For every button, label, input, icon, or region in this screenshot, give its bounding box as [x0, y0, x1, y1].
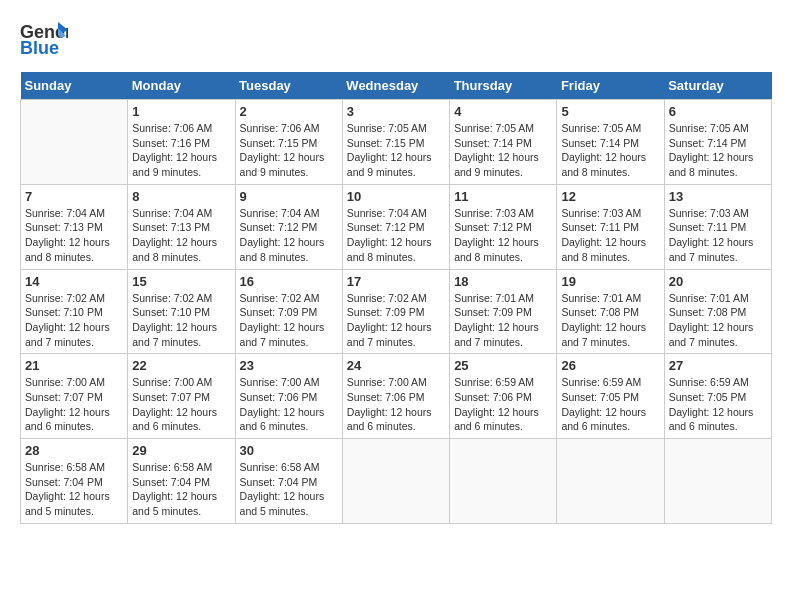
calendar-cell: 9Sunrise: 7:04 AM Sunset: 7:12 PM Daylig… [235, 184, 342, 269]
logo: General Blue [20, 20, 68, 62]
day-info: Sunrise: 6:59 AM Sunset: 7:06 PM Dayligh… [454, 375, 552, 434]
day-number: 7 [25, 189, 123, 204]
calendar-cell: 14Sunrise: 7:02 AM Sunset: 7:10 PM Dayli… [21, 269, 128, 354]
calendar-cell: 29Sunrise: 6:58 AM Sunset: 7:04 PM Dayli… [128, 439, 235, 524]
calendar-cell: 21Sunrise: 7:00 AM Sunset: 7:07 PM Dayli… [21, 354, 128, 439]
day-number: 28 [25, 443, 123, 458]
day-number: 17 [347, 274, 445, 289]
header-saturday: Saturday [664, 72, 771, 100]
day-number: 6 [669, 104, 767, 119]
calendar-cell: 17Sunrise: 7:02 AM Sunset: 7:09 PM Dayli… [342, 269, 449, 354]
day-info: Sunrise: 7:05 AM Sunset: 7:14 PM Dayligh… [561, 121, 659, 180]
day-number: 10 [347, 189, 445, 204]
calendar-cell: 4Sunrise: 7:05 AM Sunset: 7:14 PM Daylig… [450, 100, 557, 185]
day-number: 13 [669, 189, 767, 204]
calendar-cell: 12Sunrise: 7:03 AM Sunset: 7:11 PM Dayli… [557, 184, 664, 269]
day-number: 9 [240, 189, 338, 204]
day-number: 8 [132, 189, 230, 204]
calendar-cell: 18Sunrise: 7:01 AM Sunset: 7:09 PM Dayli… [450, 269, 557, 354]
calendar-cell: 13Sunrise: 7:03 AM Sunset: 7:11 PM Dayli… [664, 184, 771, 269]
header-monday: Monday [128, 72, 235, 100]
week-row-2: 14Sunrise: 7:02 AM Sunset: 7:10 PM Dayli… [21, 269, 772, 354]
day-info: Sunrise: 7:03 AM Sunset: 7:11 PM Dayligh… [669, 206, 767, 265]
day-info: Sunrise: 7:05 AM Sunset: 7:15 PM Dayligh… [347, 121, 445, 180]
day-info: Sunrise: 7:02 AM Sunset: 7:09 PM Dayligh… [240, 291, 338, 350]
day-number: 30 [240, 443, 338, 458]
day-number: 2 [240, 104, 338, 119]
day-number: 11 [454, 189, 552, 204]
day-number: 15 [132, 274, 230, 289]
calendar-cell: 27Sunrise: 6:59 AM Sunset: 7:05 PM Dayli… [664, 354, 771, 439]
day-info: Sunrise: 7:02 AM Sunset: 7:10 PM Dayligh… [132, 291, 230, 350]
day-number: 5 [561, 104, 659, 119]
day-number: 25 [454, 358, 552, 373]
day-number: 19 [561, 274, 659, 289]
day-number: 22 [132, 358, 230, 373]
calendar-cell: 3Sunrise: 7:05 AM Sunset: 7:15 PM Daylig… [342, 100, 449, 185]
calendar-cell: 5Sunrise: 7:05 AM Sunset: 7:14 PM Daylig… [557, 100, 664, 185]
day-info: Sunrise: 6:59 AM Sunset: 7:05 PM Dayligh… [561, 375, 659, 434]
day-info: Sunrise: 7:04 AM Sunset: 7:12 PM Dayligh… [240, 206, 338, 265]
calendar-cell: 22Sunrise: 7:00 AM Sunset: 7:07 PM Dayli… [128, 354, 235, 439]
day-number: 18 [454, 274, 552, 289]
calendar-cell: 6Sunrise: 7:05 AM Sunset: 7:14 PM Daylig… [664, 100, 771, 185]
day-info: Sunrise: 7:04 AM Sunset: 7:13 PM Dayligh… [25, 206, 123, 265]
calendar-cell: 24Sunrise: 7:00 AM Sunset: 7:06 PM Dayli… [342, 354, 449, 439]
header-tuesday: Tuesday [235, 72, 342, 100]
day-number: 27 [669, 358, 767, 373]
day-info: Sunrise: 7:00 AM Sunset: 7:07 PM Dayligh… [25, 375, 123, 434]
logo-icon: General Blue [20, 20, 68, 62]
day-info: Sunrise: 7:00 AM Sunset: 7:06 PM Dayligh… [240, 375, 338, 434]
calendar-cell: 19Sunrise: 7:01 AM Sunset: 7:08 PM Dayli… [557, 269, 664, 354]
day-info: Sunrise: 6:58 AM Sunset: 7:04 PM Dayligh… [240, 460, 338, 519]
week-row-0: 1Sunrise: 7:06 AM Sunset: 7:16 PM Daylig… [21, 100, 772, 185]
calendar-cell: 28Sunrise: 6:58 AM Sunset: 7:04 PM Dayli… [21, 439, 128, 524]
day-number: 3 [347, 104, 445, 119]
day-info: Sunrise: 7:03 AM Sunset: 7:11 PM Dayligh… [561, 206, 659, 265]
calendar-cell: 10Sunrise: 7:04 AM Sunset: 7:12 PM Dayli… [342, 184, 449, 269]
day-info: Sunrise: 7:02 AM Sunset: 7:10 PM Dayligh… [25, 291, 123, 350]
day-info: Sunrise: 7:00 AM Sunset: 7:06 PM Dayligh… [347, 375, 445, 434]
day-info: Sunrise: 7:01 AM Sunset: 7:09 PM Dayligh… [454, 291, 552, 350]
day-info: Sunrise: 7:02 AM Sunset: 7:09 PM Dayligh… [347, 291, 445, 350]
day-info: Sunrise: 7:06 AM Sunset: 7:16 PM Dayligh… [132, 121, 230, 180]
calendar-cell [557, 439, 664, 524]
calendar-cell: 20Sunrise: 7:01 AM Sunset: 7:08 PM Dayli… [664, 269, 771, 354]
calendar-cell: 2Sunrise: 7:06 AM Sunset: 7:15 PM Daylig… [235, 100, 342, 185]
day-info: Sunrise: 7:01 AM Sunset: 7:08 PM Dayligh… [669, 291, 767, 350]
day-number: 16 [240, 274, 338, 289]
calendar-cell: 7Sunrise: 7:04 AM Sunset: 7:13 PM Daylig… [21, 184, 128, 269]
svg-text:Blue: Blue [20, 38, 59, 58]
calendar-cell: 8Sunrise: 7:04 AM Sunset: 7:13 PM Daylig… [128, 184, 235, 269]
day-info: Sunrise: 7:06 AM Sunset: 7:15 PM Dayligh… [240, 121, 338, 180]
calendar-cell [664, 439, 771, 524]
week-row-1: 7Sunrise: 7:04 AM Sunset: 7:13 PM Daylig… [21, 184, 772, 269]
day-info: Sunrise: 7:05 AM Sunset: 7:14 PM Dayligh… [669, 121, 767, 180]
calendar-cell: 11Sunrise: 7:03 AM Sunset: 7:12 PM Dayli… [450, 184, 557, 269]
page-header: General Blue [20, 20, 772, 62]
calendar-cell [21, 100, 128, 185]
day-info: Sunrise: 6:59 AM Sunset: 7:05 PM Dayligh… [669, 375, 767, 434]
day-info: Sunrise: 7:03 AM Sunset: 7:12 PM Dayligh… [454, 206, 552, 265]
day-number: 20 [669, 274, 767, 289]
day-number: 21 [25, 358, 123, 373]
day-info: Sunrise: 6:58 AM Sunset: 7:04 PM Dayligh… [25, 460, 123, 519]
day-number: 29 [132, 443, 230, 458]
day-info: Sunrise: 7:04 AM Sunset: 7:13 PM Dayligh… [132, 206, 230, 265]
calendar-cell [342, 439, 449, 524]
week-row-4: 28Sunrise: 6:58 AM Sunset: 7:04 PM Dayli… [21, 439, 772, 524]
calendar-header-row: SundayMondayTuesdayWednesdayThursdayFrid… [21, 72, 772, 100]
day-number: 1 [132, 104, 230, 119]
day-number: 26 [561, 358, 659, 373]
day-number: 24 [347, 358, 445, 373]
calendar-table: SundayMondayTuesdayWednesdayThursdayFrid… [20, 72, 772, 524]
calendar-cell: 15Sunrise: 7:02 AM Sunset: 7:10 PM Dayli… [128, 269, 235, 354]
week-row-3: 21Sunrise: 7:00 AM Sunset: 7:07 PM Dayli… [21, 354, 772, 439]
day-number: 4 [454, 104, 552, 119]
calendar-cell: 26Sunrise: 6:59 AM Sunset: 7:05 PM Dayli… [557, 354, 664, 439]
day-info: Sunrise: 7:01 AM Sunset: 7:08 PM Dayligh… [561, 291, 659, 350]
calendar-cell: 16Sunrise: 7:02 AM Sunset: 7:09 PM Dayli… [235, 269, 342, 354]
calendar-cell: 23Sunrise: 7:00 AM Sunset: 7:06 PM Dayli… [235, 354, 342, 439]
calendar-cell: 30Sunrise: 6:58 AM Sunset: 7:04 PM Dayli… [235, 439, 342, 524]
day-info: Sunrise: 7:05 AM Sunset: 7:14 PM Dayligh… [454, 121, 552, 180]
